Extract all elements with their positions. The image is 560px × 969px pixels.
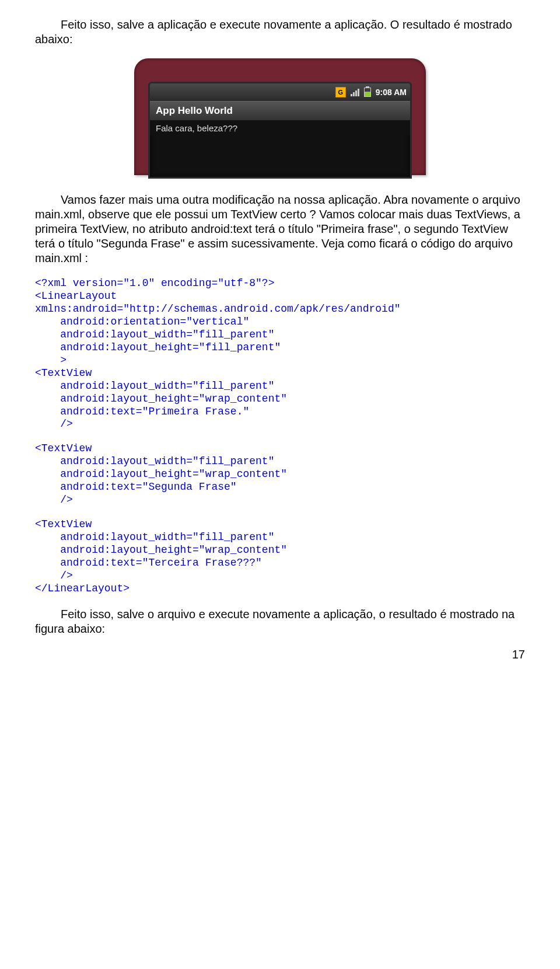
android-status-bar: G 9:08 AM bbox=[150, 83, 410, 101]
paragraph-result: Feito isso, salve o arquivo e execute no… bbox=[35, 607, 525, 636]
code-block-2: <TextView android:layout_width="fill_par… bbox=[35, 442, 525, 507]
g-icon: G bbox=[335, 87, 346, 97]
code-block-1: <?xml version="1.0" encoding="utf-8"?> <… bbox=[35, 277, 525, 431]
paragraph-intro: Feito isso, salve a aplicação e execute … bbox=[35, 18, 525, 47]
device-screenshot: G 9:08 AM App Hello World Fala cara, bel… bbox=[35, 58, 525, 175]
battery-icon bbox=[364, 88, 371, 97]
signal-icon bbox=[351, 88, 359, 96]
paragraph-explanation: Vamos fazer mais uma outra modificação n… bbox=[35, 193, 525, 266]
code-block-3: <TextView android:layout_width="fill_par… bbox=[35, 518, 525, 595]
app-content-text: Fala cara, beleza??? bbox=[150, 121, 410, 135]
device-screen: G 9:08 AM App Hello World Fala cara, bel… bbox=[148, 82, 412, 179]
status-time: 9:08 AM bbox=[376, 88, 407, 97]
device-frame: G 9:08 AM App Hello World Fala cara, bel… bbox=[134, 58, 426, 175]
app-title-bar: App Hello World bbox=[150, 101, 410, 121]
page-number: 17 bbox=[35, 648, 525, 661]
